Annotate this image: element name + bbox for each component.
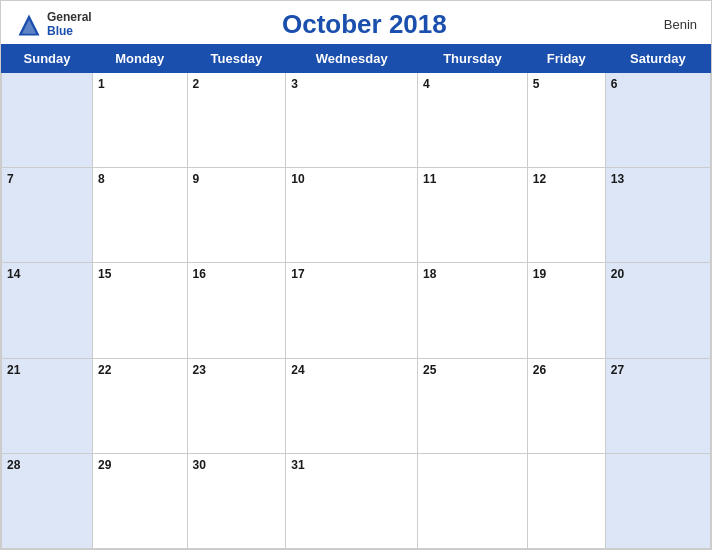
day-number: 25: [423, 363, 436, 377]
day-number: 31: [291, 458, 304, 472]
logo-blue-text: Blue: [47, 25, 92, 38]
day-number: 4: [423, 77, 430, 91]
day-cell: 22: [93, 358, 188, 453]
day-number: 17: [291, 267, 304, 281]
day-number: 24: [291, 363, 304, 377]
day-number: 29: [98, 458, 111, 472]
day-cell: 4: [418, 73, 528, 168]
day-cell: 5: [527, 73, 605, 168]
day-number: 14: [7, 267, 20, 281]
day-number: 19: [533, 267, 546, 281]
day-number: 28: [7, 458, 20, 472]
header-sunday: Sunday: [2, 45, 93, 73]
day-cell: [605, 453, 710, 548]
day-cell: [418, 453, 528, 548]
day-number: 2: [193, 77, 200, 91]
day-cell: [2, 73, 93, 168]
day-number: 6: [611, 77, 618, 91]
logo-icon: [15, 11, 43, 39]
calendar-title: October 2018: [92, 9, 637, 40]
day-cell: 19: [527, 263, 605, 358]
day-cell: 26: [527, 358, 605, 453]
day-number: 18: [423, 267, 436, 281]
header-monday: Monday: [93, 45, 188, 73]
day-number: 30: [193, 458, 206, 472]
day-number: 23: [193, 363, 206, 377]
day-cell: 12: [527, 168, 605, 263]
day-cell: 29: [93, 453, 188, 548]
day-cell: 24: [286, 358, 418, 453]
day-number: 3: [291, 77, 298, 91]
day-number: 10: [291, 172, 304, 186]
week-row-3: 21222324252627: [2, 358, 711, 453]
country-label: Benin: [637, 17, 697, 32]
day-number: 11: [423, 172, 436, 186]
day-cell: 14: [2, 263, 93, 358]
logo-general-text: General: [47, 11, 92, 24]
week-row-0: 123456: [2, 73, 711, 168]
day-number: 1: [98, 77, 105, 91]
week-row-4: 28293031: [2, 453, 711, 548]
day-cell: 25: [418, 358, 528, 453]
day-number: 15: [98, 267, 111, 281]
day-cell: 23: [187, 358, 286, 453]
logo-text: General Blue: [47, 11, 92, 37]
week-row-1: 78910111213: [2, 168, 711, 263]
day-cell: [527, 453, 605, 548]
day-cell: 3: [286, 73, 418, 168]
header-thursday: Thursday: [418, 45, 528, 73]
day-number: 22: [98, 363, 111, 377]
day-cell: 13: [605, 168, 710, 263]
day-number: 8: [98, 172, 105, 186]
day-number: 12: [533, 172, 546, 186]
days-header-row: Sunday Monday Tuesday Wednesday Thursday…: [2, 45, 711, 73]
header-saturday: Saturday: [605, 45, 710, 73]
logo-area: General Blue: [15, 11, 92, 39]
day-cell: 6: [605, 73, 710, 168]
day-number: 27: [611, 363, 624, 377]
day-number: 26: [533, 363, 546, 377]
day-cell: 30: [187, 453, 286, 548]
day-number: 20: [611, 267, 624, 281]
header-wednesday: Wednesday: [286, 45, 418, 73]
day-cell: 10: [286, 168, 418, 263]
day-cell: 2: [187, 73, 286, 168]
calendar-table: Sunday Monday Tuesday Wednesday Thursday…: [1, 44, 711, 549]
day-number: 7: [7, 172, 14, 186]
header-tuesday: Tuesday: [187, 45, 286, 73]
day-cell: 20: [605, 263, 710, 358]
day-cell: 31: [286, 453, 418, 548]
header-friday: Friday: [527, 45, 605, 73]
day-cell: 18: [418, 263, 528, 358]
day-cell: 8: [93, 168, 188, 263]
day-cell: 16: [187, 263, 286, 358]
day-cell: 11: [418, 168, 528, 263]
day-cell: 17: [286, 263, 418, 358]
day-number: 16: [193, 267, 206, 281]
day-cell: 27: [605, 358, 710, 453]
calendar-header: General Blue October 2018 Benin: [1, 1, 711, 44]
day-number: 21: [7, 363, 20, 377]
day-number: 5: [533, 77, 540, 91]
week-row-2: 14151617181920: [2, 263, 711, 358]
day-cell: 1: [93, 73, 188, 168]
day-cell: 21: [2, 358, 93, 453]
day-number: 9: [193, 172, 200, 186]
day-cell: 7: [2, 168, 93, 263]
calendar: General Blue October 2018 Benin Sunday M…: [0, 0, 712, 550]
day-cell: 9: [187, 168, 286, 263]
day-number: 13: [611, 172, 624, 186]
day-cell: 28: [2, 453, 93, 548]
day-cell: 15: [93, 263, 188, 358]
